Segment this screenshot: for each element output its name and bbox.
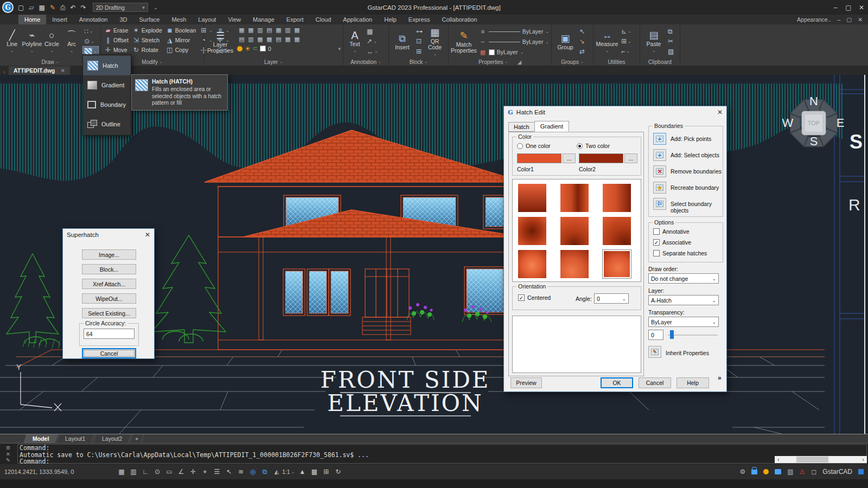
doc-restore-button[interactable]: ▢	[846, 16, 852, 23]
quick-properties-icon[interactable]	[322, 468, 330, 476]
stretch-button[interactable]: Stretch	[132, 36, 162, 44]
select-existing-button[interactable]: Select Existing...	[82, 308, 136, 318]
angle-select[interactable]: 0⌄	[594, 293, 629, 304]
layer-tools-grid[interactable]	[237, 25, 341, 44]
workspace-select[interactable]: 2D Drafting▾	[93, 3, 148, 12]
erase-button[interactable]: Erase	[104, 27, 129, 34]
redo-icon[interactable]	[81, 4, 86, 11]
hatch-visibility-icon[interactable]	[310, 468, 318, 476]
color-select[interactable]: ▦ByLayer⌄	[479, 47, 549, 57]
doc-close-button[interactable]: ✕	[858, 16, 863, 23]
menu-item-hatch[interactable]: Hatch	[83, 56, 131, 75]
boolean-button[interactable]: Boolean	[166, 27, 196, 34]
tab-hatch[interactable]: Hatch	[508, 122, 535, 132]
tab-gradient[interactable]: Gradient	[534, 121, 569, 132]
panel-groups-label[interactable]: Groups⌄	[552, 58, 593, 66]
copy-button[interactable]: Copy	[166, 46, 196, 54]
gradient-swatch-invcurved-selected[interactable]	[603, 250, 631, 278]
scroll-left-icon[interactable]: ‹	[775, 457, 782, 463]
gradient-swatch-invcylinder[interactable]	[603, 184, 631, 212]
add-select-objects-button[interactable]: +	[653, 149, 666, 161]
table-button[interactable]	[366, 27, 379, 36]
snap-toggle-icon[interactable]	[117, 468, 126, 476]
transparency-select[interactable]: ByLayer⌄	[648, 317, 719, 327]
tab-view[interactable]: View	[222, 15, 247, 24]
gstarcad-logo-icon[interactable]: G	[2, 2, 14, 13]
insert-button[interactable]: Insert	[391, 25, 413, 58]
gradient-swatch-invspherical[interactable]	[518, 250, 546, 278]
remove-boundaries-button[interactable]: ✕	[653, 165, 666, 177]
doc-tab-close-icon[interactable]: ✕	[60, 67, 65, 74]
open-file-icon[interactable]	[29, 4, 34, 11]
text-button[interactable]: Text⌄	[346, 25, 364, 58]
point-id-button[interactable]: ⌐⌄	[620, 47, 633, 56]
command-history-icon[interactable]	[6, 445, 10, 451]
panel-layer-label[interactable]: Layer⌄	[204, 58, 343, 66]
donut-tools-button[interactable]: ⊙⌄	[83, 37, 98, 46]
tips-bulb-icon[interactable]	[763, 469, 769, 474]
refresh-icon[interactable]	[334, 468, 342, 476]
tab-mesh[interactable]: Mesh	[165, 15, 192, 24]
preview-button[interactable]: Preview	[510, 377, 542, 388]
help-button[interactable]: Help	[676, 377, 709, 388]
add-pick-points-button[interactable]: +	[653, 133, 666, 145]
hatch-edit-close-icon[interactable]: ✕	[717, 108, 723, 116]
group-select-button[interactable]: ⇄	[578, 47, 586, 56]
layer-properties-button[interactable]: Layer Properties	[206, 25, 234, 58]
layer-select[interactable]: 0▾	[268, 46, 341, 52]
quick-calc-button[interactable]: ⊾⌄	[620, 27, 633, 36]
undo-icon[interactable]	[71, 4, 76, 11]
tab-application[interactable]: Application	[337, 15, 378, 24]
explode-button[interactable]: Explode	[132, 27, 162, 34]
color2-browse-button[interactable]: ...	[624, 153, 637, 163]
tab-annotation[interactable]: Annotation	[73, 15, 114, 24]
panel-annotation-label[interactable]: Annotation⌄	[343, 58, 388, 66]
doc-tab-scroll-left-icon[interactable]: ‹	[0, 69, 9, 75]
attribute-button[interactable]: ⊶	[415, 27, 424, 36]
menu-item-gradient[interactable]: Gradient	[83, 75, 131, 95]
annotative-checkbox[interactable]: Annotative	[653, 228, 690, 235]
panel-block-label[interactable]: Block⌄	[389, 58, 448, 66]
ortho-toggle-icon[interactable]	[141, 468, 150, 476]
dimension-button[interactable]: ⌄	[366, 47, 379, 56]
new-file-icon[interactable]	[18, 4, 24, 11]
tab-layout2[interactable]: Layout2	[93, 434, 131, 443]
layer-thaw-icon[interactable]: ☀	[245, 45, 251, 53]
circle-button[interactable]: Circle⌄	[42, 25, 62, 58]
grid-toggle-icon[interactable]	[129, 468, 138, 476]
one-color-radio[interactable]: One color	[517, 143, 551, 149]
move-button[interactable]: Move	[104, 46, 129, 54]
group-edit-button[interactable]: ↖	[578, 27, 586, 36]
layer-on-icon[interactable]	[237, 46, 242, 52]
tab-collaboration[interactable]: Collaboration	[436, 15, 483, 24]
polar-toggle-icon[interactable]	[153, 468, 162, 476]
settings-gear-icon[interactable]: ⚙	[739, 468, 745, 476]
command-hscrollbar[interactable]: ‹ ›	[775, 456, 867, 463]
restore-button[interactable]: ▢	[842, 4, 855, 11]
transparency-slider-handle[interactable]	[670, 330, 674, 339]
tab-3d[interactable]: 3D	[113, 15, 133, 24]
save-as-icon[interactable]	[50, 4, 55, 11]
block-attach-button[interactable]: ⊞	[415, 47, 424, 56]
recreate-boundary-button[interactable]: ★	[653, 182, 666, 194]
two-color-radio[interactable]: Two color	[577, 143, 610, 149]
close-button[interactable]: ✕	[855, 4, 868, 11]
centered-checkbox[interactable]: ✓Centered	[518, 294, 551, 301]
image-button[interactable]: Image...	[82, 249, 136, 260]
leader-button[interactable]: ⌄	[366, 37, 379, 46]
gradient-swatch-invhemispherical[interactable]	[560, 250, 589, 278]
more-options-expander[interactable]: »	[718, 374, 722, 382]
rotate-button[interactable]: Rotate	[132, 46, 162, 54]
transparency-slider[interactable]	[668, 335, 718, 336]
scroll-right-icon[interactable]: ›	[859, 457, 867, 463]
arc-button[interactable]: Arc⌄	[62, 25, 82, 58]
selection-cycling-icon[interactable]	[225, 468, 233, 476]
command-window[interactable]: Command: Automatic save to C:\Users\Carl…	[0, 443, 868, 464]
transparency-toggle-icon[interactable]	[237, 468, 245, 476]
scroll-thumb[interactable]	[796, 457, 829, 463]
offset-button[interactable]: Offset	[104, 36, 129, 44]
gradient-swatch-hemispherical[interactable]	[560, 217, 589, 245]
gradient-swatch-cylinder[interactable]	[560, 184, 589, 212]
block-button[interactable]: Block...	[82, 264, 136, 274]
save-icon[interactable]	[39, 4, 45, 11]
